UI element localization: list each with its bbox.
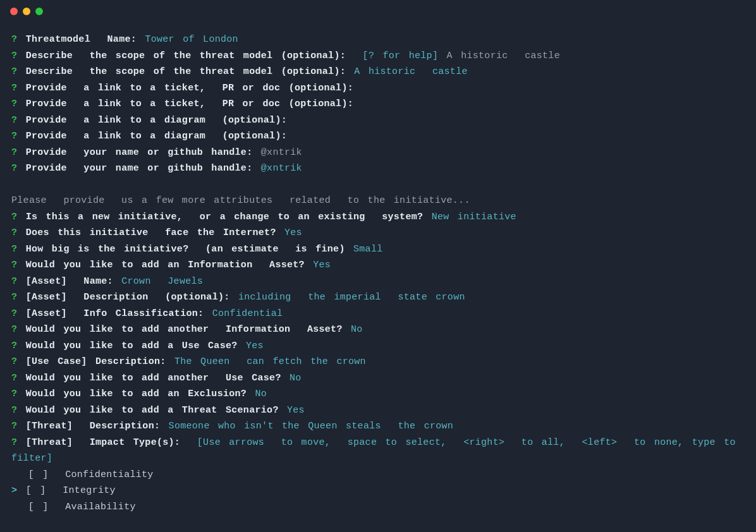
prompt-text: Provide your name or github handle: <box>26 147 253 158</box>
checkbox-label: Integrity <box>63 485 116 496</box>
user-input: @xntrik <box>261 147 302 158</box>
question-marker: ? <box>11 227 17 238</box>
prompt-line: ? Would you like to add an Exclusion? No <box>11 386 745 402</box>
selector-cursor <box>11 502 20 512</box>
prompt-line: ? Is this a new initiative, or a change … <box>11 209 745 226</box>
selector-cursor <box>11 469 20 480</box>
question-marker: ? <box>11 83 17 94</box>
checkbox-option[interactable]: [ ] Confidentiality <box>11 467 745 483</box>
checkbox-icon[interactable]: [ ] <box>26 485 46 496</box>
prompt-line: ? Provide a link to a diagram (optional)… <box>11 112 745 129</box>
answer-value: Someone who isn't the Queen steals the c… <box>169 421 454 432</box>
prompt-text: Provide a link to a diagram (optional): <box>26 115 287 126</box>
prompt-text: Would you like to add an Information Ass… <box>26 260 305 270</box>
selector-cursor: > <box>11 485 17 496</box>
checkbox-label: Confidentiality <box>65 469 154 480</box>
question-marker: ? <box>11 51 17 61</box>
question-marker: ? <box>11 99 17 109</box>
question-marker: ? <box>11 147 17 158</box>
prompt-line: ? Describe the scope of the threat model… <box>11 64 745 80</box>
prompt-line: ? [Threat] Description: Someone who isn'… <box>11 418 745 435</box>
question-marker: ? <box>11 163 17 174</box>
prompt-text: Would you like to add a Threat Scenario? <box>26 405 279 416</box>
prompt-text: [Use Case] Description: <box>26 356 166 367</box>
prompt-text: Does this initiative face the Internet? <box>26 227 276 238</box>
answer-value: A historic castle <box>354 66 467 77</box>
prompt-text: Describe the scope of the threat model (… <box>26 66 346 77</box>
checkbox-option[interactable]: [ ] Availability <box>11 499 745 516</box>
prompt-line: ? Would you like to add a Threat Scenari… <box>11 402 745 419</box>
question-marker: ? <box>11 244 17 255</box>
help-hint: [? for help] <box>363 51 439 61</box>
prompt-line: ? How big is the initiative? (an estimat… <box>11 241 745 258</box>
answer-value: New initiative <box>432 212 516 222</box>
prompt-line: ? Would you like to add a Use Case? Yes <box>11 338 745 354</box>
checkbox-option[interactable]: > [ ] Integrity <box>11 483 745 499</box>
prompt-text: Provide a link to a ticket, PR or doc (o… <box>26 99 353 109</box>
answer-value: Crown Jewels <box>121 276 203 287</box>
prompt-text: Would you like to add another Informatio… <box>26 324 343 335</box>
checkbox-icon[interactable]: [ ] <box>28 502 49 512</box>
maximize-icon[interactable] <box>35 8 43 15</box>
question-marker: ? <box>11 131 17 142</box>
terminal-output[interactable]: ? Threatmodel Name: Tower of London? Des… <box>0 23 756 515</box>
answer-value: The Queen can fetch the crown <box>174 356 366 367</box>
impact-type-prompt: ? [Threat] Impact Type(s): [Use arrows t… <box>11 435 745 467</box>
prompt-text: Is this a new initiative, or a change to… <box>26 212 424 222</box>
prompt-text: [Asset] Description (optional): <box>26 292 230 303</box>
question-marker: ? <box>11 292 17 303</box>
checkbox-label: Availability <box>65 502 136 512</box>
question-marker: ? <box>11 260 17 270</box>
prompt-line: ? [Asset] Description (optional): includ… <box>11 289 745 306</box>
answer-value: including the imperial state crown <box>238 292 465 303</box>
question-marker: ? <box>11 308 17 319</box>
user-input: A historic castle <box>447 51 560 61</box>
prompt-line: ? Would you like to add another Use Case… <box>11 370 745 387</box>
prompt-text: How big is the initiative? (an estimate … <box>26 244 345 255</box>
answer-value: @xntrik <box>261 163 302 174</box>
prompt-line: ? [Asset] Name: Crown Jewels <box>11 274 745 290</box>
minimize-icon[interactable] <box>23 8 30 15</box>
prompt-line: ? Would you like to add an Information A… <box>11 257 745 274</box>
checkbox-icon[interactable]: [ ] <box>28 469 49 480</box>
question-marker: ? <box>11 276 17 287</box>
question-marker: ? <box>11 405 17 416</box>
question-marker: ? <box>11 421 17 432</box>
prompt-line: ? [Use Case] Description: The Queen can … <box>11 354 745 370</box>
prompt-line: ? Describe the scope of the threat model… <box>11 48 745 64</box>
answer-value: Yes <box>313 260 331 270</box>
close-icon[interactable] <box>10 8 18 15</box>
prompt-text: Would you like to add a Use Case? <box>26 341 238 351</box>
answer-value: Tower of London <box>145 34 238 45</box>
answer-value: No <box>290 373 302 384</box>
prompt-line: ? [Asset] Info Classification: Confident… <box>11 306 745 322</box>
question-marker: ? <box>11 356 17 367</box>
section-header: Please provide us a few more attributes … <box>11 193 745 209</box>
prompt-text: Describe the scope of the threat model (… <box>26 51 346 61</box>
question-marker: ? <box>11 324 17 335</box>
prompt-text: [Threat] Description: <box>26 421 161 432</box>
prompt-line: ? Would you like to add another Informat… <box>11 322 745 338</box>
question-marker: ? <box>11 66 17 77</box>
answer-value: Yes <box>246 341 264 351</box>
question-marker: ? <box>11 115 17 126</box>
answer-value: No <box>255 389 267 399</box>
prompt-text: Provide a link to a ticket, PR or doc (o… <box>26 83 353 94</box>
prompt-line: ? Provide a link to a diagram (optional)… <box>11 128 745 145</box>
answer-value: Confidential <box>212 308 283 319</box>
prompt-line: ? Threatmodel Name: Tower of London <box>11 32 745 48</box>
prompt-text: [Asset] Name: <box>26 276 113 287</box>
prompt-line: ? Does this initiative face the Internet… <box>11 225 745 241</box>
prompt-text: Provide your name or github handle: <box>26 163 253 174</box>
question-marker: ? <box>11 212 17 222</box>
answer-value: No <box>351 324 363 335</box>
question-marker: ? <box>11 34 17 45</box>
prompt-text: [Asset] Info Classification: <box>26 308 204 319</box>
answer-value: Small <box>353 244 383 255</box>
answer-value: Yes <box>287 405 305 416</box>
question-marker: ? <box>11 389 17 399</box>
prompt-line: ? Provide your name or github handle: @x… <box>11 160 745 177</box>
prompt-line: ? Provide a link to a ticket, PR or doc … <box>11 96 745 112</box>
question-marker: ? <box>11 437 17 448</box>
prompt-text: Threatmodel Name: <box>26 34 137 45</box>
